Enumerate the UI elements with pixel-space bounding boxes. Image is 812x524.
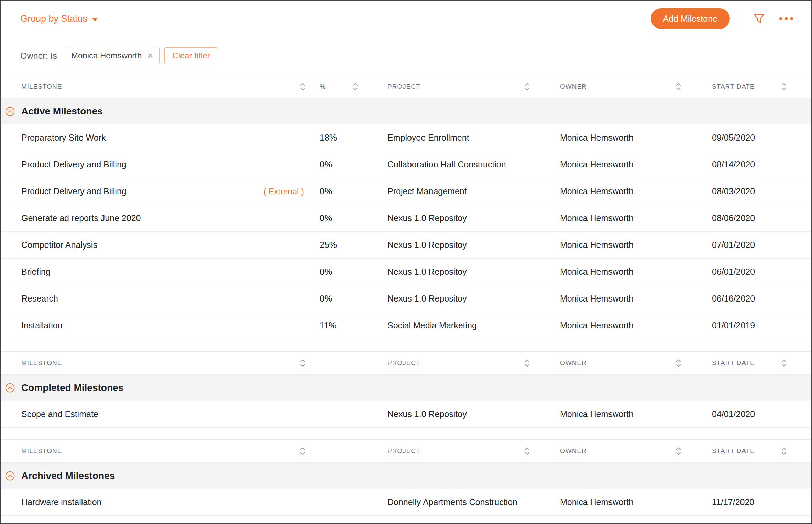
column-label: PROJECT [387, 359, 420, 367]
project-cell: Nexus 1.0 Repositoy [387, 267, 560, 277]
sort-icon[interactable] [675, 82, 682, 91]
milestone-row[interactable]: Research 0% Nexus 1.0 Repositoy Monica H… [1, 285, 811, 312]
milestone-name[interactable]: Installation [21, 320, 63, 330]
project-cell: Social Media Marketing [387, 320, 560, 330]
owner-cell: Monica Hemsworth [560, 497, 712, 507]
milestone-cell[interactable]: Competitor Analysis [21, 240, 320, 250]
clear-filter-button[interactable]: Clear filter [164, 47, 218, 64]
sort-icon[interactable] [675, 359, 682, 368]
milestone-cell[interactable]: Scope and Estimate [21, 409, 320, 419]
collapse-group-icon[interactable] [5, 107, 15, 116]
milestone-name[interactable]: Generate ad reports June 2020 [21, 213, 141, 223]
column-label: START DATE [712, 447, 755, 455]
start-date-cell: 11/17/2020 [712, 497, 792, 507]
sort-icon[interactable] [299, 82, 306, 91]
project-cell: Donnelly Apartments Construction [387, 497, 560, 507]
sort-icon[interactable] [781, 447, 787, 456]
milestone-name[interactable]: Product Delivery and Billing [21, 186, 127, 196]
sort-icon[interactable] [781, 359, 787, 368]
add-milestone-button[interactable]: Add Milestone [651, 8, 730, 29]
milestone-name[interactable]: Research [21, 294, 58, 304]
start-date-cell: 04/01/2020 [712, 409, 792, 419]
milestone-name[interactable]: Hardware installation [21, 497, 101, 507]
column-header-milestone: MILESTONE [21, 75, 320, 98]
table-header-row: MILESTONE % PROJECT [1, 75, 811, 98]
project-cell: Nexus 1.0 Repositoy [387, 294, 560, 304]
sort-icon[interactable] [781, 82, 787, 91]
filter-icon[interactable] [751, 11, 767, 26]
sort-icon[interactable] [524, 447, 530, 456]
table-header-row: MILESTONE PROJECT [1, 351, 811, 375]
milestone-cell[interactable]: Installation [21, 320, 320, 330]
milestone-cell[interactable]: Product Delivery and Billing [21, 160, 320, 170]
chevron-down-icon [92, 18, 98, 21]
sort-icon[interactable] [299, 359, 306, 368]
start-date-cell: 08/03/2020 [712, 186, 792, 196]
column-label: PROJECT [387, 447, 420, 455]
percent-cell: 11% [320, 320, 387, 330]
milestone-name[interactable]: Preparatory Site Work [21, 133, 106, 143]
owner-cell: Monica Hemsworth [560, 320, 712, 330]
milestone-cell[interactable]: Briefing [21, 267, 320, 277]
milestone-row[interactable]: Generate ad reports June 2020 0% Nexus 1… [1, 205, 811, 232]
milestone-row[interactable]: Product Delivery and Billing 0% Collabor… [1, 151, 811, 178]
project-cell: Nexus 1.0 Repositoy [387, 213, 560, 223]
close-icon[interactable]: × [147, 51, 153, 61]
collapse-group-icon[interactable] [5, 383, 15, 393]
group-by-dropdown[interactable]: Group by Status [20, 13, 98, 24]
milestone-row[interactable]: Installation 11% Social Media Marketing … [1, 312, 811, 339]
owner-cell: Monica Hemsworth [560, 160, 712, 170]
more-options-icon[interactable] [776, 14, 796, 23]
milestone-row[interactable]: Briefing 0% Nexus 1.0 Repositoy Monica H… [1, 259, 811, 285]
owner-cell: Monica Hemsworth [560, 240, 712, 250]
column-header-percent: % [320, 75, 387, 98]
milestone-name[interactable]: Scope and Estimate [21, 409, 98, 419]
milestone-name[interactable]: Product Delivery and Billing [21, 160, 127, 170]
owner-cell: Monica Hemsworth [560, 186, 712, 196]
milestone-row[interactable]: Hardware installation Donnelly Apartment… [1, 489, 811, 516]
start-date-cell: 07/01/2020 [712, 240, 792, 250]
table-header-row: MILESTONE PROJECT [1, 439, 811, 463]
sort-icon[interactable] [675, 447, 682, 456]
sort-icon[interactable] [352, 82, 359, 91]
filter-bar: Owner: Is Monica Hemsworth × Clear filte… [1, 36, 811, 75]
milestone-row[interactable]: Preparatory Site Work 18% Employee Enrol… [1, 124, 811, 151]
start-date-cell: 06/16/2020 [712, 294, 792, 304]
owner-cell: Monica Hemsworth [560, 409, 712, 419]
start-date-cell: 01/01/2019 [712, 320, 792, 330]
milestone-row[interactable]: Scope and Estimate Nexus 1.0 Repositoy M… [1, 401, 811, 428]
sort-icon[interactable] [524, 82, 530, 91]
owner-filter-chip[interactable]: Monica Hemsworth × [65, 47, 160, 64]
project-cell: Nexus 1.0 Repositoy [387, 409, 560, 419]
column-header-start-date: START DATE [712, 352, 792, 374]
group-title: Active Milestones [21, 106, 103, 117]
sort-icon[interactable] [299, 447, 306, 456]
group-title: Archived Milestones [21, 470, 115, 481]
collapse-group-icon[interactable] [5, 471, 15, 481]
milestone-name[interactable]: Competitor Analysis [21, 240, 97, 250]
milestone-name[interactable]: Briefing [21, 267, 51, 277]
owner-filter-chip-label: Monica Hemsworth [71, 51, 142, 61]
milestone-cell[interactable]: Preparatory Site Work [21, 133, 320, 143]
milestone-cell[interactable]: Hardware installation [21, 497, 320, 507]
owner-cell: Monica Hemsworth [560, 133, 712, 143]
percent-cell: 0% [320, 213, 387, 223]
column-header-milestone: MILESTONE [21, 352, 320, 374]
milestone-cell[interactable]: Product Delivery and Billing ( External … [21, 186, 320, 196]
column-label: OWNER [560, 447, 587, 455]
milestone-cell[interactable]: Generate ad reports June 2020 [21, 213, 320, 223]
owner-cell: Monica Hemsworth [560, 294, 712, 304]
milestone-cell[interactable]: Research [21, 294, 320, 304]
column-label: % [320, 83, 326, 90]
column-label: OWNER [560, 83, 587, 90]
column-header-percent [320, 440, 387, 462]
column-header-percent [320, 352, 387, 374]
column-label: START DATE [712, 359, 755, 367]
milestone-row[interactable]: Competitor Analysis 25% Nexus 1.0 Reposi… [1, 232, 811, 259]
percent-cell: 18% [320, 133, 387, 143]
percent-cell: 0% [320, 186, 387, 196]
milestone-row[interactable]: Product Delivery and Billing ( External … [1, 178, 811, 205]
group-by-label: Group by Status [20, 13, 87, 24]
toolbar: Group by Status Add Milestone [1, 1, 811, 36]
sort-icon[interactable] [524, 359, 530, 368]
